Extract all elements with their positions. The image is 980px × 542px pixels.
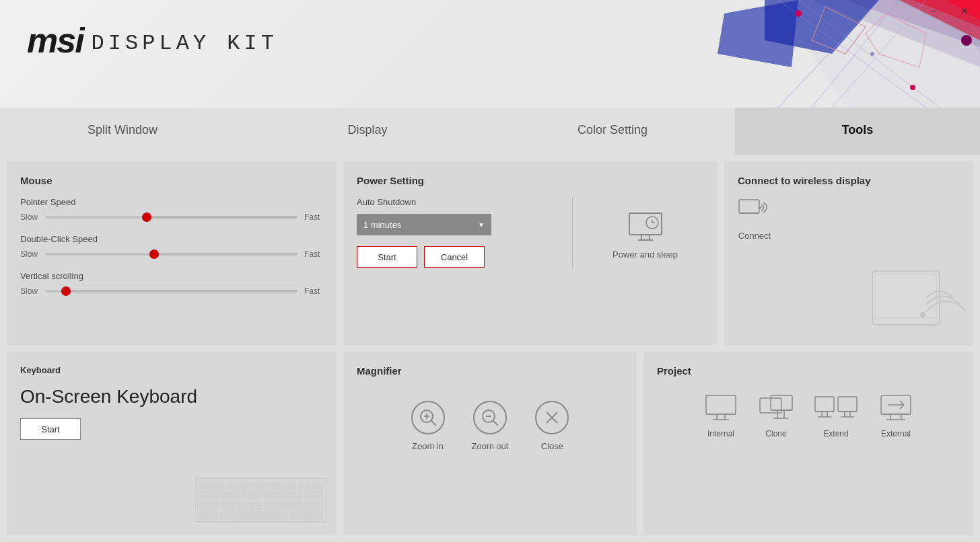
svg-rect-40 xyxy=(283,481,295,490)
power-start-button[interactable]: Start xyxy=(357,246,417,268)
svg-rect-46 xyxy=(248,492,260,500)
pointer-speed-track[interactable] xyxy=(46,216,298,219)
magnifier-close-button[interactable]: Close xyxy=(535,401,569,451)
svg-rect-20 xyxy=(629,213,662,235)
msi-brand: msi xyxy=(27,20,83,61)
keyboard-start-button[interactable]: Start xyxy=(20,418,81,440)
wireless-bg-decoration xyxy=(866,264,973,345)
power-cancel-button[interactable]: Cancel xyxy=(424,246,485,268)
main-content: Mouse Pointer Speed Slow Fast Double-Cli… xyxy=(0,155,980,542)
double-click-slow: Slow xyxy=(20,249,39,259)
keyboard-panel: Keyboard On-Screen Keyboard Start xyxy=(7,352,337,535)
project-external-button[interactable]: External xyxy=(878,394,913,438)
magnifier-panel: Magnifier Zoom in xyxy=(343,352,637,535)
mouse-panel-title: Mouse xyxy=(20,175,323,186)
power-divider xyxy=(572,197,573,268)
svg-point-29 xyxy=(759,206,761,209)
vertical-scrolling-label: Vertical scrolling xyxy=(20,271,323,281)
pointer-speed-label: Pointer Speed xyxy=(20,197,323,207)
mouse-panel: Mouse Pointer Speed Slow Fast Double-Cli… xyxy=(7,161,337,345)
svg-rect-52 xyxy=(222,502,234,510)
power-setting-panel: Power Setting Auto Shutdown 1 minutes ▼ … xyxy=(343,161,718,345)
vertical-scrolling-track[interactable] xyxy=(46,290,298,293)
auto-shutdown-label: Auto Shutdown xyxy=(357,197,545,207)
double-click-speed-slider-row: Slow Fast xyxy=(20,249,323,259)
zoom-in-button[interactable]: Zoom in xyxy=(411,401,445,451)
svg-rect-57 xyxy=(293,502,324,510)
connect-wireless-icon xyxy=(738,197,771,224)
project-internal-button[interactable]: Internal xyxy=(703,394,738,438)
double-click-speed-section: Double-Click Speed Slow Fast xyxy=(20,234,323,259)
svg-rect-39 xyxy=(269,481,281,490)
vertical-scrolling-slider-row: Slow Fast xyxy=(20,286,323,296)
project-external-icon xyxy=(878,394,913,422)
project-icons: Internal Clone xyxy=(657,387,960,438)
tab-display[interactable]: Display xyxy=(245,108,490,155)
svg-rect-47 xyxy=(262,492,274,500)
connect-label: Connect xyxy=(738,231,771,241)
vertical-scrolling-fast: Fast xyxy=(304,286,323,296)
project-clone-label: Clone xyxy=(765,429,786,438)
auto-shutdown-dropdown[interactable]: 1 minutes ▼ xyxy=(357,214,491,235)
power-sleep-label: Power and sleep xyxy=(612,249,678,260)
titlebar: − ✕ xyxy=(918,0,980,22)
project-extend-button[interactable]: Extend xyxy=(814,394,858,438)
svg-point-14 xyxy=(795,10,802,17)
power-right: Power and sleep xyxy=(586,197,704,268)
power-sleep-icon xyxy=(628,212,663,243)
svg-point-15 xyxy=(961,35,972,46)
svg-rect-34 xyxy=(199,481,211,490)
project-clone-button[interactable]: Clone xyxy=(759,394,794,438)
project-extend-icon xyxy=(814,394,858,422)
svg-rect-41 xyxy=(298,481,310,490)
msi-logo: msi DISPLAY KIT xyxy=(27,20,278,61)
top-row: Mouse Pointer Speed Slow Fast Double-Cli… xyxy=(7,161,973,345)
svg-rect-53 xyxy=(236,502,248,510)
tab-tools[interactable]: Tools xyxy=(735,108,980,155)
svg-rect-62 xyxy=(304,512,322,520)
power-sleep-icon-area[interactable]: Power and sleep xyxy=(612,212,678,260)
power-content: Auto Shutdown 1 minutes ▼ Start Cancel xyxy=(357,197,704,268)
minimize-button[interactable]: − xyxy=(918,0,949,22)
keyboard-title: Keyboard xyxy=(20,365,323,375)
svg-rect-43 xyxy=(199,492,217,500)
svg-rect-45 xyxy=(234,492,246,500)
header-decoration xyxy=(509,0,980,108)
tab-color-setting[interactable]: Color Setting xyxy=(490,108,735,155)
svg-rect-51 xyxy=(199,502,220,510)
zoom-out-button[interactable]: Zoom out xyxy=(472,401,509,451)
svg-rect-37 xyxy=(241,481,253,490)
svg-rect-55 xyxy=(265,502,277,510)
pointer-speed-slider-row: Slow Fast xyxy=(20,212,323,222)
close-button[interactable]: ✕ xyxy=(949,0,980,22)
pointer-speed-section: Pointer Speed Slow Fast xyxy=(20,197,323,222)
keyboard-illustration xyxy=(195,475,330,529)
svg-line-69 xyxy=(493,421,498,426)
magnifier-title: Magnifier xyxy=(357,365,623,377)
svg-rect-83 xyxy=(815,397,834,412)
project-extend-label: Extend xyxy=(823,429,848,438)
svg-rect-56 xyxy=(279,502,291,510)
connect-button[interactable]: Connect xyxy=(738,197,771,241)
svg-rect-49 xyxy=(290,492,302,500)
pointer-speed-slow: Slow xyxy=(20,212,39,222)
tab-split-window[interactable]: Split Window xyxy=(0,108,245,155)
svg-rect-61 xyxy=(289,512,302,520)
svg-marker-8 xyxy=(718,0,798,67)
project-internal-icon xyxy=(703,394,738,422)
power-setting-title: Power Setting xyxy=(357,175,704,186)
zoom-in-label: Zoom in xyxy=(412,441,444,451)
power-buttons: Start Cancel xyxy=(357,246,545,268)
svg-rect-42 xyxy=(312,481,324,490)
project-title: Project xyxy=(657,365,960,377)
svg-rect-72 xyxy=(706,395,736,414)
pointer-speed-fast: Fast xyxy=(304,212,323,222)
connect-wireless-panel: Connect to wireless display Connect xyxy=(724,161,973,345)
svg-rect-48 xyxy=(276,492,288,500)
svg-rect-35 xyxy=(213,481,225,490)
magnifier-close-icon xyxy=(535,401,569,434)
double-click-speed-track[interactable] xyxy=(46,253,298,256)
project-external-label: External xyxy=(881,429,911,438)
magnifier-close-label: Close xyxy=(541,441,563,451)
osk-title: On-Screen Keyboard xyxy=(20,386,323,408)
